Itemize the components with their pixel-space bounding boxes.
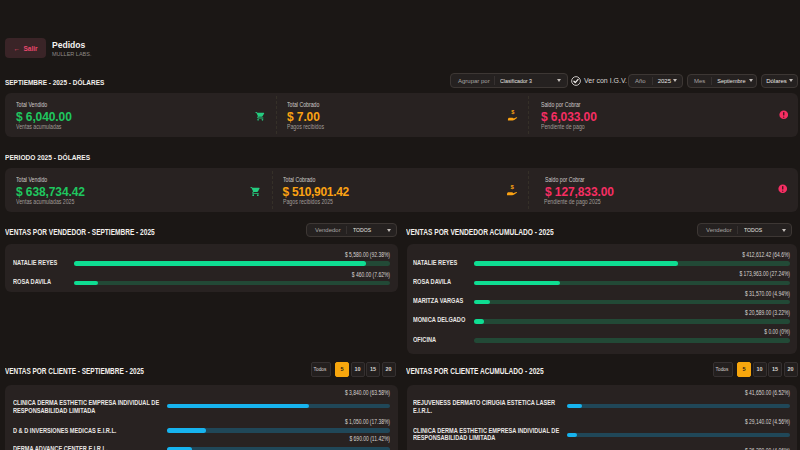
svg-text:$: $: [511, 109, 514, 115]
svg-text:$: $: [511, 184, 515, 190]
